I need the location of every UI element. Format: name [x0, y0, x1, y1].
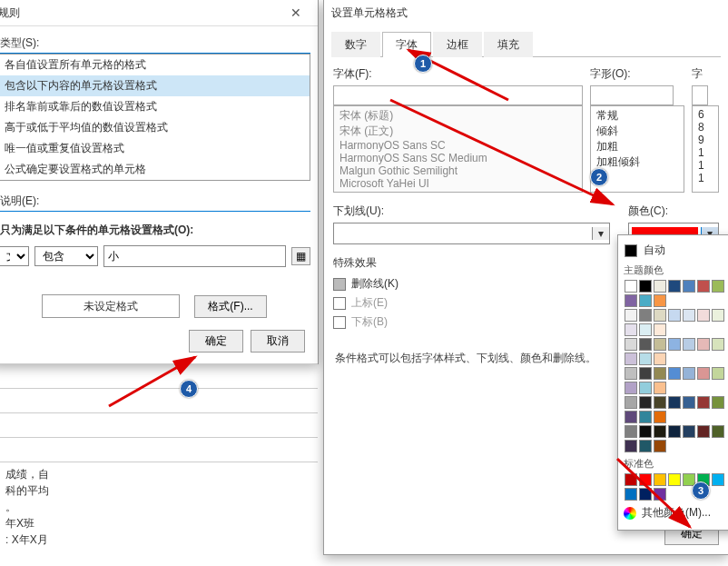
color-swatch[interactable]	[639, 367, 652, 380]
color-swatch[interactable]	[668, 425, 681, 438]
list-item[interactable]: Microsoft YaHei UI	[339, 177, 576, 190]
list-item[interactable]: 1	[698, 146, 713, 159]
color-swatch[interactable]	[712, 473, 724, 486]
color-swatch[interactable]	[654, 323, 666, 336]
rule-type-option[interactable]: 唯一值或重复值设置格式	[0, 138, 310, 159]
color-swatch[interactable]	[639, 440, 652, 452]
color-swatch[interactable]	[683, 367, 695, 380]
color-swatch[interactable]	[683, 473, 695, 486]
color-swatch[interactable]	[668, 309, 681, 322]
font-list[interactable]: 宋体 (标题) 宋体 (正文) HarmonyOS Sans SC Harmon…	[333, 105, 583, 193]
color-swatch[interactable]	[639, 396, 652, 409]
rule-type-option[interactable]: 高于或低于平均值的数值设置格式	[0, 117, 310, 138]
color-swatch[interactable]	[697, 338, 710, 351]
color-swatch[interactable]	[625, 323, 637, 336]
list-item[interactable]: 倾斜	[596, 124, 678, 139]
rule-type-option[interactable]: 包含以下内容的单元格设置格式	[0, 75, 310, 96]
size-input[interactable]	[692, 85, 708, 105]
color-swatch[interactable]	[625, 309, 637, 322]
color-swatch[interactable]	[639, 382, 652, 394]
color-swatch[interactable]	[697, 309, 710, 322]
color-swatch[interactable]	[625, 353, 637, 365]
color-swatch[interactable]	[654, 309, 666, 322]
list-item[interactable]: 常规	[596, 108, 678, 124]
list-item[interactable]: 9	[698, 134, 713, 146]
color-swatch[interactable]	[668, 367, 681, 380]
size-list[interactable]: 6 8 9 1 1 1	[692, 105, 719, 193]
auto-color[interactable]: 自动	[624, 241, 728, 260]
color-swatch[interactable]	[683, 396, 695, 409]
ok-button[interactable]: 确定	[189, 330, 243, 353]
color-swatch[interactable]	[639, 338, 652, 351]
color-swatch[interactable]	[625, 488, 637, 501]
font-name-input[interactable]	[333, 85, 583, 105]
color-swatch[interactable]	[639, 294, 652, 307]
list-item[interactable]: Malgun Gothic Semilight	[339, 164, 576, 177]
color-swatch[interactable]	[712, 309, 724, 322]
color-swatch[interactable]	[654, 382, 666, 394]
color-swatch[interactable]	[668, 473, 681, 486]
color-swatch[interactable]	[625, 396, 637, 409]
color-swatch[interactable]	[639, 353, 652, 365]
list-item[interactable]: 1	[698, 159, 713, 172]
tab-border[interactable]: 边框	[433, 32, 482, 57]
list-item[interactable]: 宋体 (标题)	[339, 108, 576, 124]
color-swatch[interactable]	[639, 411, 652, 423]
rule-type-option[interactable]: 公式确定要设置格式的单元格	[0, 159, 310, 180]
color-swatch[interactable]	[712, 425, 724, 438]
style-input[interactable]	[590, 85, 674, 105]
value-input[interactable]	[103, 245, 286, 267]
color-swatch[interactable]	[697, 473, 710, 486]
color-swatch[interactable]	[639, 488, 652, 501]
color-swatch[interactable]	[639, 309, 652, 322]
tab-fill[interactable]: 填充	[484, 32, 533, 57]
color-swatch[interactable]	[683, 309, 695, 322]
color-swatch[interactable]	[625, 367, 637, 380]
tab-number[interactable]: 数字	[331, 32, 380, 57]
color-swatch[interactable]	[683, 425, 695, 438]
format-button[interactable]: 格式(F)...	[194, 295, 266, 318]
color-swatch[interactable]	[712, 280, 724, 293]
list-item[interactable]: 8	[698, 121, 713, 134]
list-item[interactable]: 6	[698, 108, 713, 121]
list-item[interactable]: 1	[698, 172, 713, 184]
color-swatch[interactable]	[639, 280, 652, 293]
color-swatch[interactable]	[697, 396, 710, 409]
color-swatch[interactable]	[668, 338, 681, 351]
color-swatch[interactable]	[625, 425, 637, 438]
color-swatch[interactable]	[697, 280, 710, 293]
color-swatch[interactable]	[654, 396, 666, 409]
color-swatch[interactable]	[712, 338, 724, 351]
rule-type-option[interactable]: 排名靠前或靠后的数值设置格式	[0, 96, 310, 117]
range-picker-button[interactable]: ▦	[291, 247, 310, 265]
color-swatch[interactable]	[654, 425, 666, 438]
tab-font[interactable]: 字体	[382, 32, 431, 57]
color-swatch[interactable]	[683, 338, 695, 351]
color-swatch[interactable]	[625, 440, 637, 452]
close-icon[interactable]: ✕	[278, 2, 314, 24]
color-swatch[interactable]	[668, 280, 681, 293]
color-swatch[interactable]	[654, 367, 666, 380]
color-swatch[interactable]	[639, 473, 652, 486]
list-item[interactable]: 加粗	[596, 139, 678, 154]
more-colors[interactable]: 其他颜色(M)...	[624, 501, 728, 524]
color-swatch[interactable]	[625, 473, 637, 486]
color-swatch[interactable]	[654, 353, 666, 365]
color-swatch[interactable]	[712, 367, 724, 380]
list-item[interactable]: HarmonyOS Sans SC	[339, 139, 576, 152]
color-swatch[interactable]	[697, 367, 710, 380]
color-swatch[interactable]	[625, 280, 637, 293]
color-swatch[interactable]	[654, 294, 666, 307]
list-item[interactable]: HarmonyOS Sans SC Medium	[339, 152, 576, 164]
color-swatch[interactable]	[639, 323, 652, 336]
rule-type-option[interactable]: 各自值设置所有单元格的格式	[0, 55, 310, 75]
list-item[interactable]: 加粗倾斜	[596, 154, 678, 170]
scope-select[interactable]: 文本	[0, 246, 29, 266]
color-swatch[interactable]	[697, 425, 710, 438]
color-swatch[interactable]	[654, 280, 666, 293]
color-swatch[interactable]	[625, 294, 637, 307]
color-swatch[interactable]	[639, 425, 652, 438]
color-swatch[interactable]	[654, 411, 666, 423]
color-swatch[interactable]	[654, 473, 666, 486]
color-swatch[interactable]	[654, 440, 666, 452]
